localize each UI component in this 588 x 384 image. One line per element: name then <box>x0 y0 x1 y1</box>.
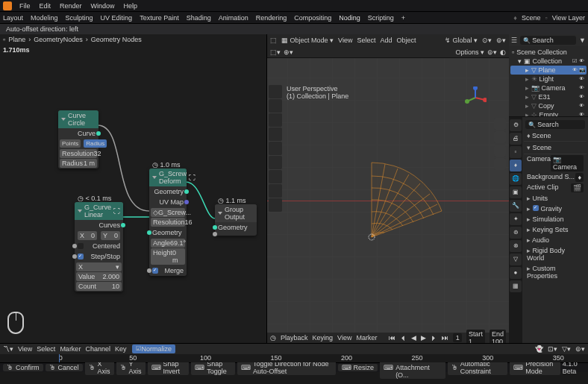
mesh-object[interactable] <box>364 155 454 245</box>
menu-window[interactable]: Window <box>87 2 119 10</box>
menu-view[interactable]: View <box>18 345 32 353</box>
ghost-icon[interactable]: 👻 <box>535 345 543 353</box>
playhead[interactable] <box>59 354 60 362</box>
editor-type-icon[interactable]: ⬚ <box>270 37 277 44</box>
mode-points[interactable]: Points <box>60 139 81 148</box>
panel-custom[interactable]: ▸ Custom Properties <box>524 263 587 281</box>
field-axis[interactable]: X▾ <box>76 262 122 271</box>
clip-selector[interactable]: 🎬 <box>571 183 584 192</box>
node-screw-deform[interactable]: ◷ 1.0 ms G_Screw Deform⛶ Geometry UV Map… <box>149 169 187 276</box>
panel-audio[interactable]: ▸ Audio <box>524 235 587 245</box>
tool-annotate[interactable] <box>269 170 282 183</box>
menu-marker[interactable]: Marker <box>356 334 377 341</box>
menu-view[interactable]: View <box>338 37 352 44</box>
menu-file[interactable]: File <box>15 2 35 10</box>
field-select[interactable]: ◇ G_Screw... <box>151 208 185 217</box>
timeline-editor-icon[interactable]: ◷ <box>270 334 276 341</box>
viewlayer-selector[interactable]: View Layer <box>552 14 585 22</box>
tab-scene-icon[interactable]: ♦ <box>510 160 522 171</box>
item-collection[interactable]: ▾ ▣ Collection☑👁 <box>510 57 587 66</box>
outliner-tree[interactable]: ▫ Scene Collection ▾ ▣ Collection☑👁 ▸ ▽ … <box>509 46 588 116</box>
tab-data-icon[interactable]: ▽ <box>510 254 522 265</box>
tab-output-icon[interactable]: 🖨 <box>510 133 522 145</box>
tab-noding[interactable]: Noding <box>339 14 360 22</box>
menu-select[interactable]: Select <box>357 37 375 44</box>
proportional-icon[interactable]: ⊚▾ <box>575 345 585 353</box>
menu-marker[interactable]: Marker <box>60 345 81 353</box>
editor-type-icon[interactable]: 〽▾ <box>3 345 13 353</box>
breadcrumb-modifier[interactable]: GeometryNodes <box>34 36 83 43</box>
tab-uv[interactable]: UV Editing <box>101 14 133 22</box>
tab-sculpting[interactable]: Sculpting <box>66 14 93 22</box>
node-curve-linear[interactable]: ◷ < 0.1 ms G_Curve Linear⛶ Curves X0Y0 C… <box>75 202 123 292</box>
graph-editor[interactable]: 〽▾ View Select Marker Channel Key ☑ Norm… <box>0 343 588 362</box>
tab-modeling[interactable]: Modeling <box>31 14 58 22</box>
jump-start-icon[interactable]: ⏮ <box>389 334 395 341</box>
outliner-icon[interactable]: ☰ <box>511 37 517 44</box>
field-height[interactable]: Height0 m <box>151 248 185 265</box>
menu-edit[interactable]: Edit <box>35 2 56 10</box>
viewport-3d[interactable]: ⬚ ▦ Object Mode ▾ View Select Add Object… <box>267 34 509 343</box>
nav-move-icon[interactable] <box>494 131 506 143</box>
menu-keying[interactable]: Keying <box>313 334 334 341</box>
field-count[interactable]: Count10 <box>76 282 122 291</box>
camera-selector[interactable]: 📷 Camera <box>551 155 584 171</box>
field-resolution[interactable]: Resolution32 <box>60 149 97 158</box>
node-header[interactable]: Group Output <box>215 204 257 222</box>
socket-curves-out[interactable]: Curves <box>75 220 123 230</box>
node-header[interactable]: Curve Circle <box>58 110 98 128</box>
viewport-canvas[interactable]: User Perspective(1) Collection | Plane <box>267 58 509 343</box>
tool-scale[interactable] <box>269 142 282 155</box>
menu-channel[interactable]: Channel <box>85 345 110 353</box>
item-copy[interactable]: ▸ ▽ Copy👁 <box>510 101 587 110</box>
menu-add[interactable]: Add <box>380 37 392 44</box>
tab-modifier-icon[interactable]: 🔧 <box>510 200 522 212</box>
menu-key[interactable]: Key <box>115 345 127 353</box>
overlays-icon[interactable]: ⊚▾ <box>487 48 497 56</box>
tab-add[interactable]: + <box>401 14 405 22</box>
graph-ruler[interactable]: 0 50 100 150 200 250 300 350 <box>0 354 588 362</box>
options-dropdown[interactable]: Options ▾ <box>455 48 484 56</box>
item-plane[interactable]: ▸ ▽ Plane👁📷 <box>510 66 587 75</box>
item-empty[interactable]: ▸ ⊹ Empty👁 <box>510 110 587 116</box>
tab-render-icon[interactable]: ⚙ <box>510 119 522 131</box>
node-editor[interactable]: ▫Plane ›GeometryNodes ›Geometry Nodes 1.… <box>0 34 267 343</box>
tool-measure[interactable] <box>269 184 282 198</box>
snap-icon[interactable]: ⊙▾ <box>482 37 492 44</box>
nav-zoom-icon[interactable] <box>494 118 506 130</box>
end-frame[interactable]: End 100 <box>490 330 506 343</box>
panel-keying[interactable]: ▸ Keying Sets <box>524 224 587 235</box>
breadcrumb-object[interactable]: Plane <box>8 36 25 43</box>
tab-scripting[interactable]: Scripting <box>368 14 394 22</box>
tool-cursor[interactable] <box>269 99 282 113</box>
tab-shading[interactable]: Shading <box>187 14 211 22</box>
node-header[interactable]: G_Curve Linear⛶ <box>75 202 123 220</box>
node-group-output[interactable]: ◷ 1.1 ms Group Output Geometry <box>215 204 257 236</box>
field-resolution[interactable]: Resolution16 <box>151 218 185 227</box>
tab-texture-icon[interactable]: ▦ <box>510 280 522 292</box>
cursor-tool-icon[interactable]: ⊕▾ <box>284 48 293 56</box>
tab-particle-icon[interactable]: ✦ <box>510 213 522 225</box>
socket-geometry-in[interactable]: Geometry <box>149 227 187 238</box>
menu-render[interactable]: Render <box>55 2 87 10</box>
check-stepstop[interactable]: Step/Stop <box>75 251 123 262</box>
mode-radius[interactable]: Radius <box>84 139 107 148</box>
tab-animation[interactable]: Animation <box>219 14 248 22</box>
tool-transform[interactable] <box>269 156 282 169</box>
nav-gizmo[interactable] <box>464 86 487 109</box>
tool-move[interactable] <box>269 113 282 127</box>
jump-end-icon[interactable]: ⏭ <box>442 334 448 341</box>
filter-icon[interactable]: ▼ <box>579 37 586 44</box>
properties-body[interactable]: 🔍 Search ♦ Scene ▾ Scene Camera📷 Camera … <box>522 117 588 343</box>
tool-rotate[interactable] <box>269 128 282 141</box>
scene-datablock[interactable]: ♦ Scene <box>524 130 587 141</box>
item-camera[interactable]: ▸ 📷 Camera👁 <box>510 84 587 92</box>
select-tool-icon[interactable]: ⬚▾ <box>270 48 281 56</box>
scene-selector[interactable]: Scene <box>522 14 541 22</box>
tool-addcube[interactable] <box>269 198 282 212</box>
panel-gravity[interactable]: ▸ Gravity <box>524 204 587 214</box>
socket-empty-in[interactable] <box>215 233 257 236</box>
tab-material-icon[interactable]: ● <box>510 267 522 279</box>
tab-texture[interactable]: Texture Paint <box>140 14 179 22</box>
play-icon[interactable]: ▶ <box>421 334 426 341</box>
